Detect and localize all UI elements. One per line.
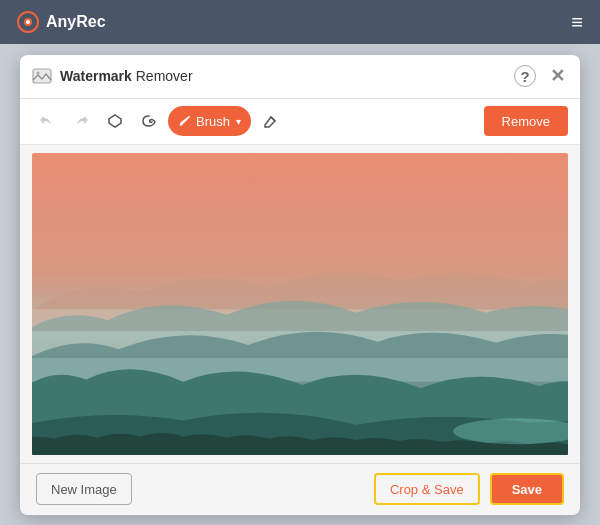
brush-dropdown-arrow: ▾ [236,116,241,127]
watermark-remover-dialog: Watermark Remover ? ✕ [20,55,580,515]
brush-tool-button[interactable]: Brush ▾ [168,106,251,136]
save-button[interactable]: Save [490,473,564,505]
content-area: Watermark Remover ? ✕ [0,44,600,525]
toolbar: Brush ▾ Remove [20,99,580,145]
lasso-tool-button[interactable] [134,106,164,136]
header-actions: ? ✕ [514,65,568,87]
new-image-button[interactable]: New Image [36,473,132,505]
footer-right: Crop & Save Save [374,473,564,505]
svg-point-2 [26,20,30,24]
top-bar: AnyRec ≡ [0,0,600,44]
dialog-header: Watermark Remover ? ✕ [20,55,580,99]
brush-label: Brush [196,114,230,129]
dialog-title-icon [32,66,52,86]
redo-button[interactable] [66,106,96,136]
eraser-tool-button[interactable] [255,106,285,136]
polygon-tool-button[interactable] [100,106,130,136]
image-area [20,145,580,463]
help-button[interactable]: ? [514,65,536,87]
hamburger-icon[interactable]: ≡ [571,12,584,32]
svg-point-4 [37,72,40,75]
remove-button[interactable]: Remove [484,106,568,136]
logo-text: AnyRec [46,13,106,31]
anyrec-logo-icon [16,10,40,34]
crop-save-button[interactable]: Crop & Save [374,473,480,505]
svg-point-5 [180,123,183,126]
landscape-image [32,153,568,455]
image-canvas [32,153,568,455]
dialog-title: Watermark Remover [60,68,506,84]
close-button[interactable]: ✕ [546,65,568,87]
svg-rect-12 [32,153,568,455]
logo-area: AnyRec [16,10,106,34]
dialog-footer: New Image Crop & Save Save [20,463,580,515]
svg-line-6 [271,117,275,121]
undo-button[interactable] [32,106,62,136]
